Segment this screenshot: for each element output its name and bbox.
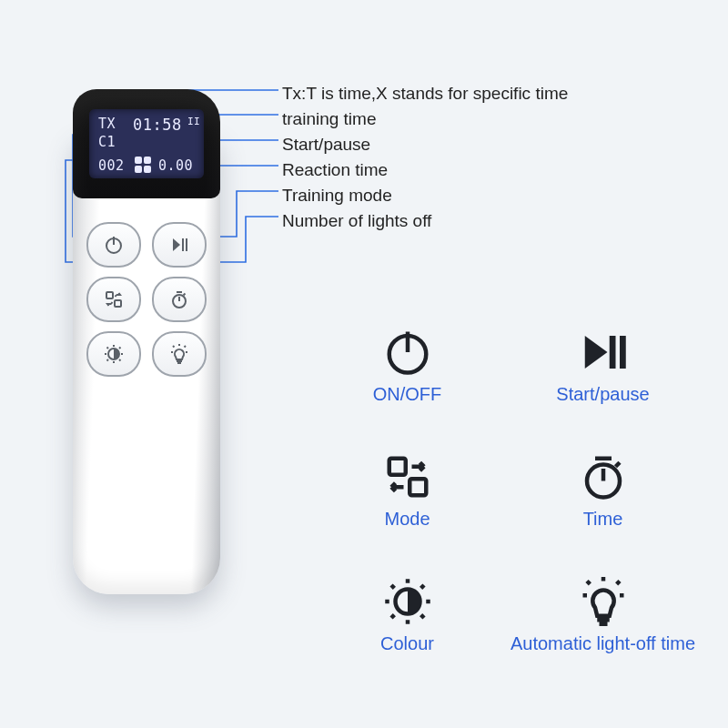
callout-startpause: Start/pause — [282, 132, 568, 157]
svg-line-42 — [420, 615, 423, 618]
remote-head: TX 01:58 II C1 002 0.00 — [73, 89, 220, 198]
svg-line-19 — [107, 359, 109, 361]
lightbulb-icon — [577, 575, 630, 628]
lcd-grid-icon — [135, 157, 153, 175]
legend-time: Time — [505, 450, 701, 530]
lcd-reaction-time: 0.00 — [158, 158, 193, 174]
mode-button[interactable] — [86, 277, 141, 322]
legend-startpause-label: Start/pause — [505, 384, 701, 405]
legend-auto-label: Automatic light-off time — [505, 633, 701, 654]
legend-colour-label: Colour — [309, 633, 505, 654]
svg-rect-30 — [389, 459, 405, 475]
legend-onoff: ON/OFF — [309, 326, 505, 405]
legend-colour: Colour — [309, 575, 505, 654]
callout-mode: Training mode — [282, 183, 568, 208]
legend-time-label: Time — [505, 509, 701, 530]
svg-line-41 — [391, 585, 394, 588]
lcd-tx-indicator: TX — [98, 116, 116, 132]
svg-line-16 — [107, 348, 109, 349]
auto-light-off-button[interactable] — [152, 331, 207, 377]
lcd-pause-indicator: II — [187, 116, 200, 127]
legend-mode-label: Mode — [309, 509, 505, 530]
svg-rect-29 — [620, 336, 626, 369]
svg-line-18 — [119, 348, 121, 349]
colour-button[interactable] — [86, 331, 141, 377]
lcd-training-mode: C1 — [98, 135, 116, 150]
callout-training: training time — [282, 106, 568, 132]
svg-line-24 — [185, 346, 187, 348]
start-pause-button[interactable] — [152, 222, 207, 268]
svg-rect-28 — [609, 336, 615, 369]
svg-line-49 — [616, 581, 619, 584]
legend-auto: Automatic light-off time — [505, 575, 701, 654]
play-pause-icon — [577, 326, 630, 379]
legend-onoff-label: ON/OFF — [309, 384, 505, 405]
lcd-training-time: 01:58 — [133, 116, 182, 134]
legend-startpause: Start/pause — [505, 326, 701, 405]
legend-mode: Mode — [309, 450, 505, 530]
svg-line-10 — [184, 294, 186, 296]
button-legend: ON/OFF Start/pause Mode Time Colour — [309, 326, 701, 654]
power-icon — [381, 326, 434, 379]
svg-marker-27 — [584, 336, 607, 369]
callout-count: Number of lights off — [282, 208, 568, 234]
svg-line-44 — [391, 615, 394, 618]
remote-control: TX 01:58 II C1 002 0.00 — [73, 89, 220, 594]
svg-rect-6 — [115, 300, 121, 307]
svg-line-43 — [420, 585, 423, 588]
time-button[interactable] — [152, 277, 207, 322]
mode-icon — [381, 450, 434, 503]
svg-line-48 — [587, 581, 590, 584]
svg-marker-2 — [173, 238, 180, 251]
callout-reaction: Reaction time — [282, 157, 568, 183]
lcd-screen: TX 01:58 II C1 002 0.00 — [89, 109, 204, 178]
lcd-count: 002 — [98, 158, 125, 174]
svg-rect-31 — [410, 479, 426, 495]
power-button[interactable] — [86, 222, 141, 268]
colour-icon — [381, 575, 434, 628]
svg-line-35 — [615, 462, 620, 467]
svg-rect-5 — [106, 292, 113, 298]
callout-tx: Tx:T is time,X stands for specific time — [282, 81, 568, 106]
svg-line-17 — [119, 359, 121, 361]
svg-line-23 — [173, 346, 175, 348]
stopwatch-icon — [577, 450, 630, 503]
callout-list: Tx:T is time,X stands for specific time … — [282, 81, 568, 234]
